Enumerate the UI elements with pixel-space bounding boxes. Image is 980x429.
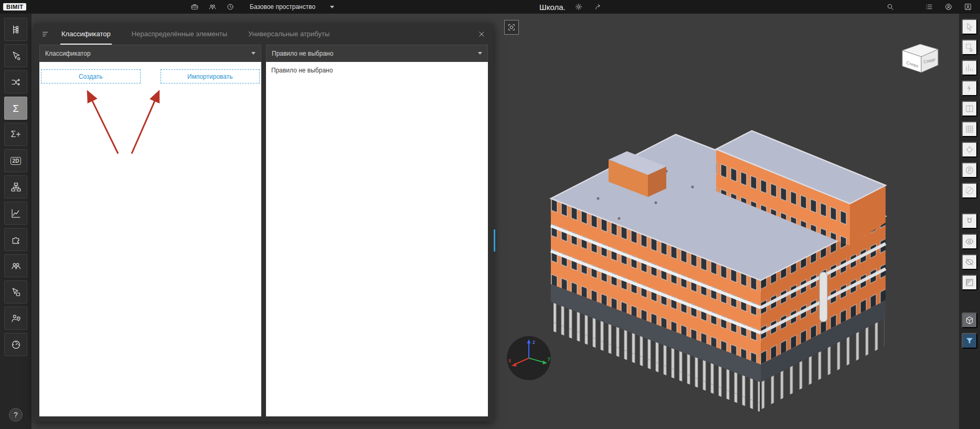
globe-user-icon bbox=[944, 3, 953, 11]
chevron-down-icon bbox=[478, 52, 482, 55]
collaboration-button[interactable] bbox=[206, 1, 219, 13]
p-circle-icon bbox=[965, 165, 974, 175]
create-classifier-button[interactable]: Создать bbox=[41, 69, 141, 83]
charts-tool[interactable] bbox=[4, 202, 27, 225]
settings-button[interactable] bbox=[572, 1, 585, 13]
hide-tool[interactable] bbox=[962, 254, 977, 270]
isolate-tool[interactable] bbox=[962, 275, 977, 290]
focus-model-button[interactable] bbox=[504, 20, 519, 35]
search-button[interactable] bbox=[883, 1, 897, 13]
grid-icon bbox=[965, 124, 974, 134]
topbar-project-area: Школа. bbox=[539, 1, 605, 13]
panel-resize-accent[interactable] bbox=[494, 229, 495, 252]
filter-tool[interactable] bbox=[962, 333, 977, 349]
history-button[interactable] bbox=[223, 1, 237, 13]
notifications-list-button[interactable] bbox=[922, 1, 936, 13]
eye-off-icon bbox=[965, 257, 974, 267]
classifier-subpanel: Классификатор Создать Импортировать bbox=[39, 45, 261, 416]
workspace-select[interactable]: Базовое пространство bbox=[250, 3, 334, 11]
area-select-tool[interactable] bbox=[962, 39, 977, 55]
share-icon bbox=[594, 3, 603, 11]
topbar-right-tools bbox=[883, 1, 975, 13]
rule-dropdown[interactable]: Правило не выбрано bbox=[266, 45, 488, 62]
tab-unassigned-elements[interactable]: Нераспределённые элементы bbox=[131, 24, 228, 45]
topbar-left-tools: Базовое пространство bbox=[188, 1, 334, 13]
gear-icon bbox=[574, 3, 583, 11]
frame-select-icon bbox=[965, 43, 974, 52]
tab-universal-attributes[interactable]: Универсальные атрибуты bbox=[247, 24, 331, 45]
section-cut-tool[interactable] bbox=[962, 183, 977, 198]
measure-tool[interactable] bbox=[962, 213, 977, 229]
locate-tool[interactable] bbox=[962, 142, 977, 158]
import-classifier-button[interactable]: Импортировать bbox=[161, 69, 260, 83]
user-location-tool[interactable] bbox=[4, 307, 27, 330]
annotation-arrows bbox=[39, 62, 261, 416]
hierarchy-tool[interactable] bbox=[4, 175, 27, 198]
share-button[interactable] bbox=[592, 1, 605, 13]
classifier-dropdown-value: Классификатор bbox=[45, 50, 91, 57]
properties-panel-tool[interactable] bbox=[962, 101, 977, 117]
annotation-arrow-import bbox=[132, 91, 159, 154]
model-structure-tool[interactable] bbox=[4, 18, 27, 41]
filter-icon bbox=[965, 336, 974, 346]
classifier-actions: Создать Импортировать bbox=[39, 62, 261, 83]
projects-button[interactable] bbox=[188, 1, 201, 13]
focus-icon bbox=[507, 23, 516, 32]
users-icon bbox=[10, 260, 22, 271]
menu-icon bbox=[41, 30, 50, 38]
panel-menu-button[interactable] bbox=[41, 30, 50, 38]
classifier-content: Создать Импортировать bbox=[39, 62, 261, 416]
account-globe-button[interactable] bbox=[942, 1, 955, 13]
rules-subpanel: Правило не выбрано Правило не выбрано bbox=[266, 45, 488, 416]
user-pin-icon bbox=[10, 313, 22, 324]
panel-close-button[interactable] bbox=[477, 30, 486, 38]
puzzle-icon bbox=[10, 234, 22, 245]
assign-tool[interactable] bbox=[4, 280, 27, 304]
clock-icon bbox=[226, 3, 235, 11]
transparency-tool[interactable] bbox=[962, 312, 977, 328]
profile-button[interactable] bbox=[961, 1, 975, 13]
plan-2d-tool[interactable]: 2D bbox=[4, 149, 27, 172]
sum-add-tool[interactable]: Σ+ bbox=[4, 123, 27, 146]
sigma-plus-icon: Σ+ bbox=[10, 130, 20, 139]
plan-mode-tool[interactable] bbox=[962, 162, 977, 178]
2d-view-icon: 2D bbox=[10, 157, 22, 165]
app-logo: BIMIT bbox=[3, 3, 26, 11]
select-pointer-icon bbox=[10, 50, 22, 61]
panels-icon bbox=[965, 104, 974, 113]
sigma-icon: Σ bbox=[13, 103, 19, 113]
chevron-down-icon bbox=[251, 52, 255, 55]
topbar: BIMIT Базовое пространство Школа. bbox=[0, 0, 980, 14]
quick-actions-tool[interactable] bbox=[962, 80, 977, 96]
show-tool[interactable] bbox=[962, 234, 977, 249]
left-toolbar: Σ Σ+ 2D ? bbox=[0, 14, 31, 429]
pointer-tool[interactable] bbox=[962, 19, 977, 35]
plugins-tool[interactable] bbox=[4, 228, 27, 251]
org-chart-icon bbox=[10, 182, 22, 193]
connections-tool[interactable] bbox=[4, 70, 27, 93]
statistics-tool[interactable] bbox=[962, 60, 977, 76]
search-icon bbox=[886, 3, 894, 11]
axis-y-label: y bbox=[548, 355, 550, 361]
view-cube[interactable]: Слева Сзади bbox=[898, 41, 942, 77]
tab-classifier[interactable]: Классификатор bbox=[60, 24, 112, 45]
bar-chart-icon bbox=[965, 63, 974, 72]
sum-tool[interactable]: Σ bbox=[4, 97, 27, 120]
magnet-icon bbox=[965, 216, 974, 226]
table-view-tool[interactable] bbox=[962, 121, 977, 137]
mask-icon bbox=[965, 278, 974, 287]
help-button[interactable]: ? bbox=[9, 408, 23, 422]
list-icon bbox=[925, 3, 933, 11]
eye-icon bbox=[965, 237, 974, 246]
profile-icon bbox=[964, 3, 972, 11]
team-icon bbox=[208, 3, 217, 11]
right-toolbar bbox=[959, 14, 980, 429]
team-tool[interactable] bbox=[4, 254, 27, 277]
flash-icon bbox=[965, 83, 974, 93]
axis-gizmo[interactable]: z x y bbox=[505, 334, 552, 382]
line-chart-icon bbox=[10, 208, 22, 219]
select-tool[interactable] bbox=[4, 44, 27, 67]
dashboard-tool[interactable] bbox=[4, 333, 27, 356]
classifier-dropdown[interactable]: Классификатор bbox=[39, 45, 261, 62]
project-title: Школа. bbox=[539, 3, 566, 12]
